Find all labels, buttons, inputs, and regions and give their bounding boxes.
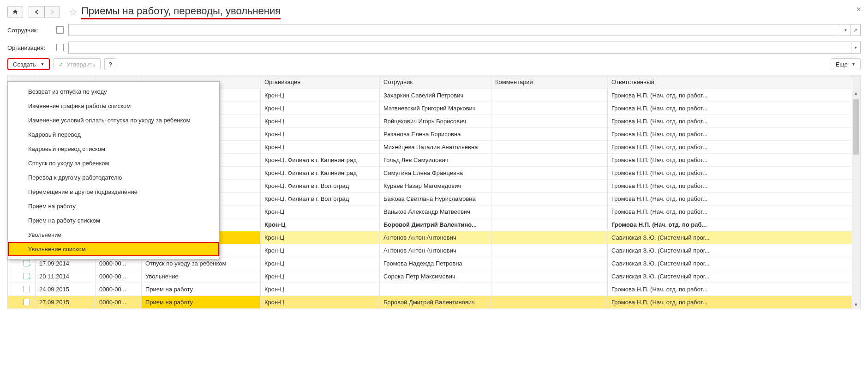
cell-comment bbox=[491, 167, 608, 179]
org-filter-checkbox[interactable] bbox=[56, 44, 64, 51]
back-button[interactable] bbox=[29, 6, 44, 18]
dropdown-item[interactable]: Отпуск по уходу за ребенком bbox=[8, 156, 219, 170]
scroll-up-icon[interactable]: ▲ bbox=[852, 89, 860, 97]
employee-filter-input[interactable] bbox=[68, 24, 841, 36]
cell-org: Крон-Ц bbox=[261, 231, 380, 244]
org-dropdown-icon[interactable]: ▼ bbox=[851, 42, 861, 54]
cell-emp: Антонов Антон Антонович bbox=[380, 231, 491, 244]
page-title: Приемы на работу, переводы, увольнения bbox=[81, 5, 281, 19]
dropdown-item[interactable]: Увольнение bbox=[8, 228, 219, 242]
col-header-emp[interactable]: Сотрудник bbox=[380, 75, 491, 89]
vertical-scrollbar[interactable]: ▲ ▼ bbox=[852, 89, 860, 309]
dropdown-item[interactable]: Перемещение в другое подразделение bbox=[8, 185, 219, 199]
dropdown-item[interactable]: Кадровый перевод списком bbox=[8, 142, 219, 156]
cell-emp: Боровой Дмитрий Валентино... bbox=[380, 218, 491, 231]
cell-emp: Матвиевский Григорий Маркович bbox=[380, 102, 491, 115]
cell-comment bbox=[491, 257, 608, 270]
col-header-org[interactable]: Организация bbox=[261, 75, 380, 89]
cell-comment bbox=[491, 296, 608, 308]
employee-filter-checkbox[interactable] bbox=[56, 26, 64, 34]
close-button[interactable]: ✕ bbox=[856, 6, 862, 13]
cell-comment bbox=[491, 180, 608, 192]
cell-org: Крон-Ц bbox=[261, 257, 380, 270]
help-label: ? bbox=[108, 61, 112, 68]
cell-resp: Савинская З.Ю. (Системный прог... bbox=[608, 270, 852, 283]
cell-resp: Савинская З.Ю. (Системный прог... bbox=[608, 257, 852, 270]
cell-resp: Савинская З.Ю. (Системный прог... bbox=[608, 244, 852, 257]
cell-num: 0000-00... bbox=[96, 270, 142, 283]
cell-org: Крон-Ц. Филиал в г. Калининград bbox=[261, 167, 380, 179]
cell-comment bbox=[491, 115, 608, 127]
favorite-icon[interactable]: ☆ bbox=[69, 6, 78, 18]
row-icon-cell bbox=[8, 270, 36, 283]
cell-org: Крон-Ц bbox=[261, 89, 380, 102]
dropdown-item[interactable]: Перевод к другому работодателю bbox=[8, 170, 219, 185]
dropdown-item[interactable]: Увольнение списком bbox=[8, 242, 219, 256]
help-button[interactable]: ? bbox=[104, 58, 116, 70]
home-button[interactable] bbox=[7, 6, 23, 18]
create-button[interactable]: Создать ▼ bbox=[7, 58, 50, 70]
org-filter-input[interactable] bbox=[68, 42, 851, 54]
cell-resp: Громова Н.П. (Нач. отд. по работ... bbox=[608, 296, 852, 308]
cell-resp: Громова Н.П. (Нач. отд. по работ... bbox=[608, 89, 852, 102]
cell-emp: Сорока Петр Максимович bbox=[380, 270, 491, 283]
more-button[interactable]: Еще ▼ bbox=[831, 58, 861, 70]
cell-resp: Савинская З.Ю. (Системный прог... bbox=[608, 231, 852, 244]
cell-comment bbox=[491, 244, 608, 257]
cell-comment bbox=[491, 89, 608, 102]
cell-num: 0000-00... bbox=[96, 296, 142, 308]
cell-org: Крон-Ц bbox=[261, 270, 380, 283]
forward-button[interactable] bbox=[44, 6, 60, 18]
cell-comment bbox=[491, 102, 608, 115]
cell-emp: Кураев Назар Магомедович bbox=[380, 180, 491, 192]
cell-comment bbox=[491, 193, 608, 205]
cell-org: Крон-Ц. Филиал в г. Калининград bbox=[261, 154, 380, 166]
col-header-comment[interactable]: Комментарий bbox=[491, 75, 608, 89]
col-header-resp[interactable]: Ответственный bbox=[608, 75, 852, 89]
org-filter-label: Организация: bbox=[7, 44, 56, 51]
cell-org: Крон-Ц bbox=[261, 244, 380, 257]
cell-comment bbox=[491, 218, 608, 231]
document-icon bbox=[24, 299, 30, 305]
cell-emp: Боровой Дмитрий Валентинович bbox=[380, 296, 491, 308]
create-label: Создать bbox=[13, 61, 36, 68]
table-row[interactable]: 24.09.20150000-00...Прием на работуКрон-… bbox=[8, 283, 860, 296]
cell-emp bbox=[380, 283, 491, 296]
cell-org: Крон-Ц bbox=[261, 283, 380, 296]
cell-resp: Громова Н.П. (Нач. отд. по работ... bbox=[608, 205, 852, 218]
scroll-down-icon[interactable]: ▼ bbox=[852, 301, 860, 309]
cell-comment bbox=[491, 270, 608, 283]
cell-date: 20.11.2014 bbox=[36, 270, 96, 283]
employee-open-icon[interactable]: ↗ bbox=[850, 24, 861, 36]
cell-comment bbox=[491, 141, 608, 153]
cell-org: Крон-Ц bbox=[261, 141, 380, 153]
dropdown-item[interactable]: Возврат из отпуска по уходу bbox=[8, 84, 219, 99]
scroll-thumb[interactable] bbox=[853, 99, 859, 155]
row-icon-cell bbox=[8, 296, 36, 308]
employee-dropdown-icon[interactable]: ▼ bbox=[841, 24, 850, 36]
dropdown-item[interactable]: Прием на работу bbox=[8, 199, 219, 213]
dropdown-item[interactable]: Прием на работу списком bbox=[8, 213, 219, 228]
dropdown-item[interactable]: Изменение графика работы списком bbox=[8, 99, 219, 113]
cell-type: Прием на работу bbox=[142, 296, 261, 308]
cell-resp: Громова Н.П. (Нач. отд. по раб... bbox=[608, 218, 852, 231]
dropdown-item[interactable]: Кадровый перевод bbox=[8, 127, 219, 142]
cell-emp: Войцехович Игорь Борисович bbox=[380, 115, 491, 127]
cell-emp: Антонов Антон Антонович bbox=[380, 244, 491, 257]
approve-label: Утвердить bbox=[66, 61, 96, 68]
cell-resp: Громова Н.П. (Нач. отд. по работ... bbox=[608, 193, 852, 205]
table-row[interactable]: 27.09.20150000-00...Прием на работуКрон-… bbox=[8, 296, 860, 309]
cell-comment bbox=[491, 231, 608, 244]
table-row[interactable]: 20.11.20140000-00...УвольнениеКрон-ЦСоро… bbox=[8, 270, 860, 283]
cell-type: Прием на работу bbox=[142, 283, 261, 296]
chevron-down-icon: ▼ bbox=[851, 62, 856, 66]
dropdown-item[interactable]: Изменение условий оплаты отпуска по уход… bbox=[8, 113, 219, 127]
cell-emp: Симутина Елена Францевна bbox=[380, 167, 491, 179]
cell-resp: Громова Н.П. (Нач. отд. по работ... bbox=[608, 102, 852, 115]
approve-button[interactable]: ✓ Утвердить bbox=[54, 58, 101, 70]
cell-org: Крон-Ц bbox=[261, 218, 380, 231]
cell-date: 27.09.2015 bbox=[36, 296, 96, 308]
cell-resp: Громова Н.П. (Нач. отд. по работ... bbox=[608, 115, 852, 127]
cell-date: 24.09.2015 bbox=[36, 283, 96, 296]
cell-emp: Захаркин Савелий Петрович bbox=[380, 89, 491, 102]
